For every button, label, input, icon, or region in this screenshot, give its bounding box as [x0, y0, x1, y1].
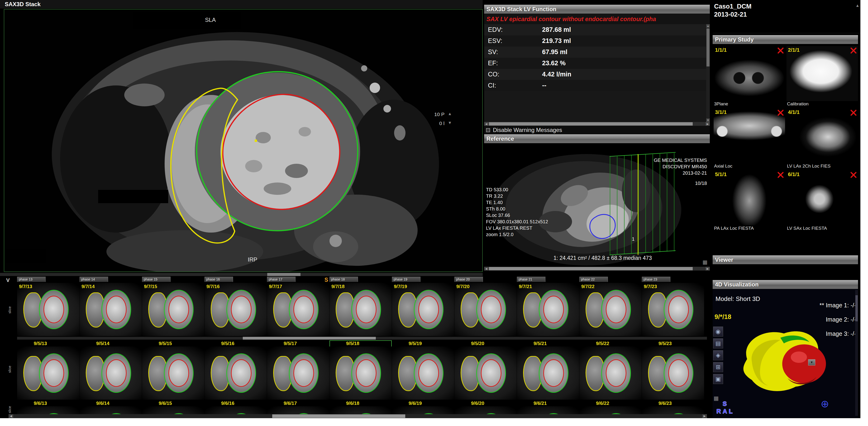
- filmstrip-thumb-9-7-20[interactable]: 9/7/20: [455, 283, 517, 336]
- thumb-label: 9/7/14: [82, 283, 95, 290]
- phase-tab[interactable]: phase 15: [142, 277, 170, 282]
- epicardial-contour: [289, 353, 319, 393]
- filmstrip-bottom-scrollbar[interactable]: ◀ ▶: [8, 414, 707, 418]
- filmstrip-thumb-9-7-23[interactable]: 9/7/23: [642, 283, 704, 336]
- filmstrip-thumb-9-7-18[interactable]: 9/7/18: [330, 283, 392, 336]
- primary-study-header: Primary Study: [713, 35, 858, 44]
- filmstrip-thumb-9-5-16[interactable]: 9/5/16: [205, 340, 267, 400]
- scroll-left-icon[interactable]: ◀: [484, 122, 488, 126]
- filmstrip-thumb-9-5-17[interactable]: 9/5/17: [267, 340, 329, 400]
- app-window: SAX3D Stack: [0, 0, 860, 418]
- thumb-label: 9/6/14: [80, 400, 142, 406]
- filmstrip-thumb-9-5-23[interactable]: 9/5/23: [642, 340, 704, 400]
- filmstrip-row-scrollbar-handle[interactable]: [243, 337, 376, 339]
- viz-vertical-scrollbar-handle[interactable]: [856, 295, 858, 321]
- endocardial-contour: [668, 359, 689, 387]
- scroll-left-icon[interactable]: ◀: [484, 267, 488, 270]
- scroll-down-icon[interactable]: ▼: [706, 119, 710, 122]
- main-viewer-scrollbar[interactable]: [0, 273, 483, 276]
- scroll-left-icon[interactable]: ◀: [8, 414, 13, 418]
- window-icon[interactable]: ⊞: [713, 362, 723, 372]
- grid-icon[interactable]: ▦: [703, 259, 707, 265]
- reference-image[interactable]: TD 533.00 TR 3.22 TE 1.40 STh 8.00 SLoc …: [484, 143, 710, 267]
- filmstrip-thumb-9-7-21[interactable]: 9/7/21: [517, 283, 579, 336]
- visualization-4d-viewport[interactable]: Model: Short 3D 9/*/18 ** Image 1: -/- I…: [713, 289, 858, 418]
- epicardial-contour: [289, 290, 319, 329]
- filmstrip-thumb-9-5-15[interactable]: 9/5/15: [142, 340, 204, 400]
- series-caption: LV SAx Loc FIESTA: [786, 225, 858, 231]
- main-viewer-scrollbar-handle[interactable]: [267, 273, 301, 276]
- scroll-right-icon[interactable]: ▶: [706, 122, 710, 126]
- thumb-label: 9/7/23: [644, 283, 657, 290]
- series-thumb-4[interactable]: 4/1/1 LV LAx 2Ch Loc FIES: [786, 108, 858, 169]
- lv-horizontal-scrollbar[interactable]: ◀ ▶: [484, 122, 710, 126]
- series-thumb-3[interactable]: 3/1/1 Axial Loc: [714, 108, 785, 169]
- phase-tab[interactable]: phase 17: [267, 277, 296, 282]
- reject-x-icon[interactable]: [777, 110, 784, 116]
- grid-tool-icon[interactable]: ▣: [713, 374, 723, 384]
- scale-down-icon[interactable]: ▼: [448, 121, 452, 126]
- layers-icon[interactable]: ▤: [713, 338, 723, 349]
- filmstrip-row-scrollbar[interactable]: [17, 337, 707, 339]
- phase-tab[interactable]: phase 22: [579, 277, 608, 282]
- phase-tab[interactable]: phase 23: [642, 277, 670, 282]
- viz-vertical-scrollbar[interactable]: [855, 290, 858, 416]
- scroll-right-icon[interactable]: ▶: [706, 267, 710, 270]
- phase-tab[interactable]: phase 13: [17, 277, 45, 282]
- reject-x-icon[interactable]: [850, 172, 857, 178]
- filmstrip-thumb-9-5-13[interactable]: 9/5/13: [17, 340, 79, 400]
- filmstrip-thumb-9-5-18[interactable]: 9/5/18: [330, 340, 392, 400]
- disable-warning-checkbox[interactable]: [486, 128, 490, 132]
- series-thumb-image: 2/1/1: [786, 46, 858, 101]
- filmstrip-thumb-9-7-13[interactable]: 9/7/13: [17, 283, 79, 336]
- scroll-right-icon[interactable]: ▶: [702, 414, 707, 418]
- filmstrip-thumb-9-5-21[interactable]: 9/5/21: [517, 340, 579, 400]
- reject-x-icon[interactable]: [850, 47, 857, 54]
- systole-marker: S: [324, 277, 328, 283]
- lv-vertical-scrollbar[interactable]: ▲ ▼: [706, 24, 710, 122]
- filmstrip-thumb-9-7-15[interactable]: 9/7/15: [142, 283, 204, 336]
- phase-tab[interactable]: phase 21: [517, 277, 546, 282]
- filmstrip-thumb-9-7-17[interactable]: 9/7/17: [267, 283, 329, 336]
- model-dropdown-icon[interactable]: ▼: [808, 359, 815, 365]
- filmstrip-thumb-9-7-14[interactable]: 9/7/14: [80, 283, 142, 336]
- lv-vertical-scrollbar-handle[interactable]: [707, 29, 710, 66]
- thumb-image: [392, 347, 454, 400]
- phase-tab[interactable]: phase 19: [392, 277, 421, 282]
- scroll-up-icon[interactable]: ▲: [706, 24, 710, 28]
- filmstrip-thumb-9-5-19[interactable]: 9/5/19: [392, 340, 454, 400]
- thumb-image: [579, 283, 642, 336]
- sidebar-scroll-up-icon[interactable]: ▲: [856, 3, 860, 8]
- rotate-icon[interactable]: ◈: [713, 350, 723, 360]
- globe-icon[interactable]: ◉: [713, 327, 723, 336]
- redaction-box: [132, 12, 241, 29]
- lv-horizontal-scrollbar-handle[interactable]: [489, 122, 693, 126]
- reference-panel: Reference: [484, 134, 710, 270]
- reference-scrollbar-handle[interactable]: [489, 267, 693, 270]
- reference-horizontal-scrollbar[interactable]: ◀ ▶: [484, 267, 710, 270]
- crosshair-icon[interactable]: ⊕: [821, 398, 829, 409]
- filmstrip-thumb-9-7-22[interactable]: 9/7/22: [579, 283, 642, 336]
- phase-tab[interactable]: phase 16: [205, 277, 233, 282]
- filmstrip-thumb-9-5-22[interactable]: 9/5/22: [579, 340, 642, 400]
- filmstrip-thumb-9-7-19[interactable]: 9/7/19: [392, 283, 454, 336]
- main-viewer[interactable]: SLA IRP 10 P ▲ 0 l ▼: [4, 9, 483, 272]
- filmstrip-thumb-9-7-16[interactable]: 9/7/16: [205, 283, 267, 336]
- reject-x-icon[interactable]: [777, 172, 784, 178]
- viewer-section-header[interactable]: Viewer: [713, 255, 858, 264]
- param-line: SLoc 37.66: [486, 212, 548, 219]
- scale-up-icon[interactable]: ▲: [448, 111, 452, 117]
- filmstrip-thumb-9-5-14[interactable]: 9/5/14: [80, 340, 142, 400]
- series-thumb-1[interactable]: 1/1/1 3Plane: [714, 46, 785, 107]
- thumb-image: [455, 283, 517, 336]
- series-thumb-5[interactable]: 5/1/1 PA LAx Loc FIESTA: [714, 170, 785, 231]
- phase-tab[interactable]: phase 18: [330, 277, 358, 282]
- phase-tab[interactable]: phase 14: [80, 277, 108, 282]
- reject-x-icon[interactable]: [777, 47, 784, 54]
- series-thumb-2[interactable]: 2/1/1 Calibration: [786, 46, 858, 107]
- filmstrip-bottom-scrollbar-handle[interactable]: [272, 414, 405, 418]
- filmstrip-thumb-9-5-20[interactable]: 9/5/20: [455, 340, 517, 400]
- reject-x-icon[interactable]: [850, 110, 857, 116]
- series-thumb-6[interactable]: 6/1/1 LV SAx Loc FIESTA: [786, 170, 858, 231]
- phase-tab[interactable]: phase 20: [455, 277, 483, 282]
